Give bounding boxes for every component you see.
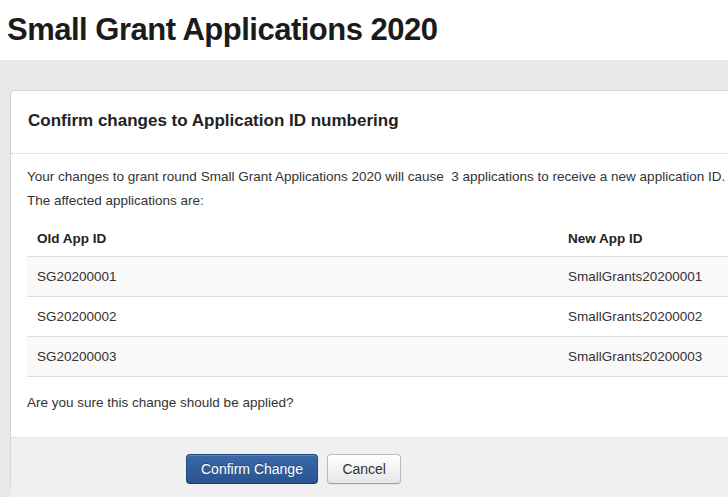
old-app-id-cell: SG20200001 [27,257,558,297]
column-header-new-app-id: New App ID [558,222,728,257]
dialog-heading: Confirm changes to Application ID number… [28,112,728,129]
page-header: Small Grant Applications 2020 [0,0,728,60]
cancel-button[interactable]: Cancel [327,454,401,484]
intro-text-line2: The affected applications are: [27,189,728,213]
confirmation-question: Are you sure this change should be appli… [27,393,728,413]
dialog-heading-section: Confirm changes to Application ID number… [11,91,728,154]
old-app-id-cell: SG20200002 [27,297,558,337]
dialog-body: Your changes to grant round Small Grant … [11,154,728,413]
intro-text-line1: Your changes to grant round Small Grant … [27,165,728,189]
new-app-id-cell: SmallGrants20200003 [558,337,728,377]
new-app-id-cell: SmallGrants20200001 [558,257,728,297]
table-row: SG20200001SmallGrants20200001 [27,257,728,297]
dialog-footer: Confirm Change Cancel [11,437,728,497]
page-title: Small Grant Applications 2020 [0,0,728,48]
table-header-row: Old App ID New App ID [27,222,728,257]
column-header-old-app-id: Old App ID [27,222,558,257]
new-app-id-cell: SmallGrants20200002 [558,297,728,337]
confirm-change-button[interactable]: Confirm Change [186,454,318,484]
confirm-dialog-panel: Confirm changes to Application ID number… [10,90,728,488]
app-id-table: Old App ID New App ID SG20200001SmallGra… [27,222,728,377]
table-row: SG20200002SmallGrants20200002 [27,297,728,337]
table-row: SG20200003SmallGrants20200003 [27,337,728,377]
old-app-id-cell: SG20200003 [27,337,558,377]
